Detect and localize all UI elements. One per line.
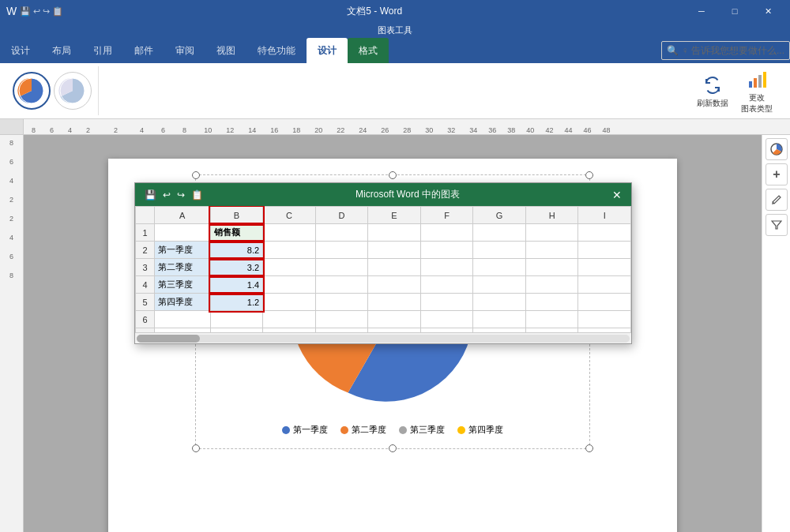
cell-c2[interactable] (263, 242, 316, 259)
col-d-header[interactable]: D (315, 207, 368, 224)
cell-g1[interactable] (473, 224, 526, 242)
tab-layout[interactable]: 布局 (41, 38, 82, 63)
refresh-data-button[interactable]: 刷新数据 (692, 72, 733, 111)
col-i-header[interactable]: I (578, 207, 631, 224)
cell-d1[interactable] (315, 224, 368, 242)
cell-f6[interactable] (420, 311, 473, 328)
cell-h6[interactable] (525, 311, 578, 328)
tab-design[interactable]: 设计 (307, 38, 348, 63)
cell-h2[interactable] (525, 242, 578, 259)
spreadsheet-close-button[interactable]: ✕ (612, 189, 622, 201)
cell-b6[interactable] (210, 311, 263, 328)
cell-a1[interactable] (155, 224, 211, 242)
handle-top-right[interactable] (585, 171, 593, 179)
cell-b5[interactable]: 1.2 (210, 294, 263, 311)
cell-i3[interactable] (578, 259, 631, 276)
cell-b2[interactable]: 8.2 (210, 242, 263, 259)
cell-e1[interactable] (368, 224, 421, 242)
cell-h5[interactable] (525, 294, 578, 311)
tab-home[interactable]: 设计 (0, 38, 41, 63)
cell-d2[interactable] (315, 242, 368, 259)
chart-style-items (13, 66, 92, 115)
rt-chart-button[interactable] (766, 138, 788, 160)
cell-e4[interactable] (368, 276, 421, 294)
cell-c5[interactable] (263, 294, 316, 311)
cell-c1[interactable] (263, 224, 316, 242)
cell-c4[interactable] (263, 276, 316, 294)
tab-review[interactable]: 审阅 (164, 38, 205, 63)
cell-a2[interactable]: 第一季度 (155, 242, 211, 259)
cell-i1[interactable] (578, 224, 631, 242)
cell-g2[interactable] (473, 242, 526, 259)
cell-h1[interactable] (525, 224, 578, 242)
search-bar[interactable]: 🔍 ♀ 告诉我您想要做什么... (661, 41, 790, 60)
cell-f1[interactable] (420, 224, 473, 242)
handle-bottom-left[interactable] (192, 444, 200, 452)
cell-a5[interactable]: 第四季度 (155, 294, 211, 311)
cell-a4[interactable]: 第三季度 (155, 276, 211, 294)
restore-button[interactable]: □ (719, 0, 750, 22)
cell-d6[interactable] (315, 311, 368, 328)
cell-i4[interactable] (578, 276, 631, 294)
cell-h4[interactable] (525, 276, 578, 294)
col-f-header[interactable]: F (420, 207, 473, 224)
handle-bottom-mid[interactable] (389, 444, 397, 452)
ss-save-icon[interactable]: 💾 (145, 189, 156, 200)
cell-i6[interactable] (578, 311, 631, 328)
col-e-header[interactable]: E (368, 207, 421, 224)
tab-references[interactable]: 引用 (82, 38, 123, 63)
cell-g5[interactable] (473, 294, 526, 311)
rt-edit-button[interactable] (766, 189, 788, 211)
tab-mailings[interactable]: 邮件 (123, 38, 164, 63)
cell-b4[interactable]: 1.4 (210, 276, 263, 294)
spreadsheet-grid-container[interactable]: A B C D E F G H I 1 (135, 206, 631, 332)
cell-f3[interactable] (420, 259, 473, 276)
cell-a6[interactable] (155, 311, 211, 328)
pie-style-2[interactable] (54, 72, 92, 110)
cell-f4[interactable] (420, 276, 473, 294)
cell-e6[interactable] (368, 311, 421, 328)
tab-special[interactable]: 特色功能 (246, 38, 307, 63)
ss-tool-icon[interactable]: 📋 (191, 189, 203, 200)
col-b-header[interactable]: B (210, 207, 263, 224)
col-g-header[interactable]: G (473, 207, 526, 224)
col-c-header[interactable]: C (263, 207, 316, 224)
svg-rect-5 (763, 72, 766, 88)
rt-filter-button[interactable] (766, 214, 788, 236)
cell-b1[interactable]: 销售额 (210, 224, 263, 242)
change-chart-type-button[interactable]: 更改图表类型 (736, 66, 777, 117)
cell-i5[interactable] (578, 294, 631, 311)
pie-style-1[interactable] (13, 72, 51, 110)
handle-top-left[interactable] (192, 171, 200, 179)
cell-d3[interactable] (315, 259, 368, 276)
cell-c3[interactable] (263, 259, 316, 276)
cell-d5[interactable] (315, 294, 368, 311)
col-h-header[interactable]: H (525, 207, 578, 224)
cell-g4[interactable] (473, 276, 526, 294)
cell-g3[interactable] (473, 259, 526, 276)
ss-redo-icon[interactable]: ↪ (177, 189, 185, 200)
tab-format[interactable]: 格式 (348, 38, 389, 63)
col-a-header[interactable]: A (155, 207, 211, 224)
cell-e2[interactable] (368, 242, 421, 259)
close-button[interactable]: ✕ (752, 0, 784, 22)
cell-b3[interactable]: 3.2 (210, 259, 263, 276)
cell-a3[interactable]: 第二季度 (155, 259, 211, 276)
rt-add-button[interactable]: + (766, 163, 788, 185)
cell-f2[interactable] (420, 242, 473, 259)
cell-e5[interactable] (368, 294, 421, 311)
handle-bottom-right[interactable] (585, 444, 593, 452)
cell-f5[interactable] (420, 294, 473, 311)
cell-d4[interactable] (315, 276, 368, 294)
ss-undo-icon[interactable]: ↩ (163, 189, 171, 200)
spreadsheet-scrollbar-h[interactable] (135, 332, 631, 343)
scrollbar-thumb[interactable] (137, 335, 200, 343)
cell-e3[interactable] (368, 259, 421, 276)
cell-h3[interactable] (525, 259, 578, 276)
cell-g6[interactable] (473, 311, 526, 328)
cell-i2[interactable] (578, 242, 631, 259)
tab-view[interactable]: 视图 (205, 38, 246, 63)
handle-top-mid[interactable] (389, 171, 397, 179)
minimize-button[interactable]: ─ (686, 0, 717, 22)
cell-c6[interactable] (263, 311, 316, 328)
